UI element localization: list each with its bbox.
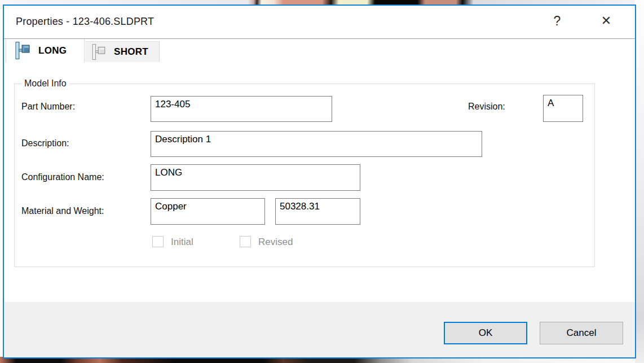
dialog-footer: OK Cancel <box>4 302 635 357</box>
material-weight-label: Material and Weight: <box>21 206 104 216</box>
ok-button[interactable]: OK <box>444 322 527 344</box>
revised-checkbox[interactable] <box>240 236 251 247</box>
configuration-flag-icon <box>15 42 30 59</box>
description-label: Description: <box>21 138 69 148</box>
help-button[interactable]: ? <box>545 11 569 30</box>
tab-long-label: LONG <box>38 45 67 56</box>
weight-field[interactable]: 50328.31 <box>275 198 360 225</box>
revision-field[interactable]: A <box>543 95 583 122</box>
tab-long[interactable]: LONG <box>6 39 85 62</box>
description-field[interactable]: Description 1 <box>151 131 482 157</box>
configuration-name-label: Configuration Name: <box>21 172 104 182</box>
part-number-field[interactable]: 123-405 <box>151 96 332 122</box>
model-info-legend: Model Info <box>21 78 69 89</box>
revision-label: Revision: <box>468 102 505 112</box>
configuration-name-field[interactable]: LONG <box>151 164 360 191</box>
dialog-title: Properties - 123-406.SLDPRT <box>16 16 154 28</box>
part-number-label: Part Number: <box>21 102 75 112</box>
background-photo-right <box>635 0 644 363</box>
tab-short-label: SHORT <box>114 46 148 58</box>
properties-dialog: Properties - 123-406.SLDPRT ? ✕ LONG SHO… <box>3 5 636 358</box>
revised-checkbox-label: Revised <box>258 237 293 248</box>
initial-checkbox[interactable] <box>152 236 164 247</box>
tab-short[interactable]: SHORT <box>85 41 160 62</box>
initial-checkbox-label: Initial <box>171 237 193 248</box>
cancel-button[interactable]: Cancel <box>540 322 623 344</box>
close-icon[interactable]: ✕ <box>593 11 620 30</box>
tabstrip-divider <box>4 38 635 39</box>
material-field[interactable]: Copper <box>151 198 265 225</box>
configuration-flag-icon <box>92 44 106 60</box>
